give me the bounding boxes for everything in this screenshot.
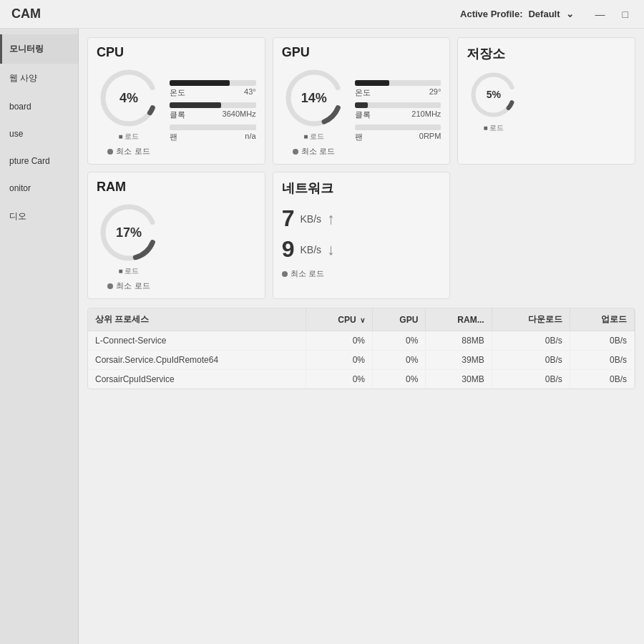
cpu-title: CPU	[97, 45, 256, 60]
cell-name: L-Connect-Service	[88, 331, 306, 351]
cpu-fan-row: 팬 n/a	[170, 125, 256, 142]
sidebar-item-use[interactable]: use	[0, 120, 78, 147]
table-row: CorsairCpuIdService0%0%30MB0B/s0B/s	[88, 370, 635, 389]
ram-inner: 17% ■ 로드 최소 로드	[97, 200, 256, 291]
table-row: L-Connect-Service0%0%88MB0B/s0B/s	[88, 331, 635, 351]
cell-ram: 39MB	[426, 351, 492, 370]
cpu-load-label: ■ 로드	[119, 132, 140, 142]
col-download[interactable]: 다운로드	[492, 308, 570, 331]
cell-upload: 0B/s	[570, 351, 634, 370]
sidebar: 모니터링 웹 사양 board use pture Card onitor 디오	[0, 29, 79, 644]
gpu-temp-row: 온도 29°	[355, 80, 441, 98]
network-min-load: 최소 로드	[282, 268, 324, 279]
sidebar-item-monitor[interactable]: onitor	[0, 175, 78, 202]
sidebar-item-capture[interactable]: pture Card	[0, 147, 78, 175]
cpu-card: CPU 4% ■ 로드	[87, 37, 265, 165]
gpu-title: GPU	[282, 45, 441, 60]
upload-speed: 7	[282, 205, 295, 232]
network-inner: 7 KB/s ↑ 9 KB/s ↓ 최소 로드	[282, 203, 441, 279]
content-area: CPU 4% ■ 로드	[79, 29, 644, 644]
gpu-clock-row: 클록 210MHz	[355, 102, 441, 120]
col-name[interactable]: 상위 프로세스	[88, 308, 306, 331]
cpu-gauge: 4%	[97, 66, 161, 130]
cell-cpu: 0%	[306, 351, 373, 370]
monitor-grid: CPU 4% ■ 로드	[87, 37, 635, 299]
col-cpu[interactable]: CPU ∨	[306, 308, 373, 331]
col-upload[interactable]: 업로드	[570, 308, 634, 331]
storage-card: 저장소 5% ■ 로드	[457, 37, 635, 165]
upload-arrow-icon: ↑	[327, 210, 335, 228]
profile-label: Active Profile:	[460, 9, 522, 19]
window-controls: — □	[591, 7, 633, 21]
cpu-fan-value: n/a	[245, 132, 255, 142]
app-title: CAM	[11, 6, 41, 21]
cpu-percent: 4%	[119, 91, 138, 106]
cpu-inner: 4% ■ 로드 최소 로드	[97, 66, 256, 157]
cpu-clock-value: 3640MHz	[223, 109, 256, 120]
table-row: Corsair.Service.CpuIdRemote640%0%39MB0B/…	[88, 351, 635, 370]
download-unit: KB/s	[300, 244, 321, 255]
cell-upload: 0B/s	[570, 331, 634, 351]
gpu-fan-value: 0RPM	[419, 132, 441, 142]
cell-download: 0B/s	[492, 331, 570, 351]
cell-gpu: 0%	[372, 331, 425, 351]
process-table-wrap: 상위 프로세스 CPU ∨ GPU RAM... 다운로드 업로드 L-Conn…	[87, 308, 635, 389]
gpu-temp-value: 29°	[429, 87, 441, 98]
sidebar-item-video[interactable]: 디오	[0, 202, 78, 231]
profile-dropdown-icon[interactable]: ⌄	[566, 9, 574, 19]
network-card: 네트워크 7 KB/s ↑ 9 KB/s ↓ 최소 로드	[273, 172, 451, 299]
ram-load-label: ■ 로드	[119, 266, 140, 276]
download-speed: 9	[282, 236, 295, 263]
cpu-stats: 온도 43° 클록 3640MHz	[170, 80, 256, 142]
cell-name: CorsairCpuIdService	[88, 370, 306, 389]
upload-unit: KB/s	[300, 213, 321, 225]
storage-load-label: ■ 로드	[483, 123, 504, 133]
ram-card: RAM 17% ■ 로드	[87, 172, 265, 299]
storage-percent: 5%	[487, 89, 501, 100]
sidebar-item-specs[interactable]: 웹 사양	[0, 64, 78, 93]
ram-percent: 17%	[116, 225, 142, 240]
col-gpu[interactable]: GPU	[372, 308, 425, 331]
cell-ram: 88MB	[426, 331, 492, 351]
profile-value: Default	[528, 9, 560, 19]
cell-name: Corsair.Service.CpuIdRemote64	[88, 351, 306, 370]
cell-ram: 30MB	[426, 370, 492, 389]
gpu-load-label: ■ 로드	[303, 132, 324, 142]
cell-gpu: 0%	[372, 370, 425, 389]
active-profile: Active Profile: Default ⌄	[460, 9, 573, 19]
minimize-button[interactable]: —	[591, 7, 610, 21]
sort-icon: ∨	[360, 316, 365, 324]
gpu-gauge: 14%	[282, 66, 346, 130]
sidebar-item-monitoring[interactable]: 모니터링	[0, 34, 78, 64]
cell-cpu: 0%	[306, 370, 373, 389]
gpu-percent: 14%	[301, 91, 327, 106]
maximize-button[interactable]: □	[618, 7, 633, 21]
download-arrow-icon: ↓	[327, 240, 335, 259]
cell-download: 0B/s	[492, 351, 570, 370]
cpu-temp-row: 온도 43°	[170, 80, 256, 98]
sidebar-item-board[interactable]: board	[0, 93, 78, 120]
cpu-temp-value: 43°	[244, 87, 256, 98]
ram-gauge: 17%	[97, 200, 161, 265]
ram-min-load: 최소 로드	[107, 280, 150, 291]
gpu-clock-value: 210MHz	[411, 109, 441, 120]
main-layout: 모니터링 웹 사양 board use pture Card onitor 디오…	[0, 29, 644, 644]
col-ram[interactable]: RAM...	[426, 308, 492, 331]
gpu-inner: 14% ■ 로드 최소 로드	[282, 66, 441, 157]
table-header-row: 상위 프로세스 CPU ∨ GPU RAM... 다운로드 업로드	[88, 308, 635, 331]
cpu-min-load: 최소 로드	[107, 146, 150, 157]
storage-inner: 5% ■ 로드	[467, 68, 626, 133]
cell-gpu: 0%	[372, 351, 425, 370]
gpu-stats: 온도 29° 클록 210MHz	[355, 80, 441, 142]
storage-gauge: 5%	[467, 68, 520, 122]
network-title: 네트워크	[282, 180, 441, 197]
storage-title: 저장소	[467, 45, 626, 62]
gpu-fan-row: 팬 0RPM	[355, 125, 441, 142]
ram-title: RAM	[97, 180, 256, 195]
cell-download: 0B/s	[492, 370, 570, 389]
cell-cpu: 0%	[306, 331, 373, 351]
process-table: 상위 프로세스 CPU ∨ GPU RAM... 다운로드 업로드 L-Conn…	[88, 308, 635, 389]
gpu-min-load: 최소 로드	[293, 146, 335, 157]
cpu-clock-row: 클록 3640MHz	[170, 102, 256, 120]
gpu-card: GPU 14% ■ 로드	[273, 37, 451, 165]
